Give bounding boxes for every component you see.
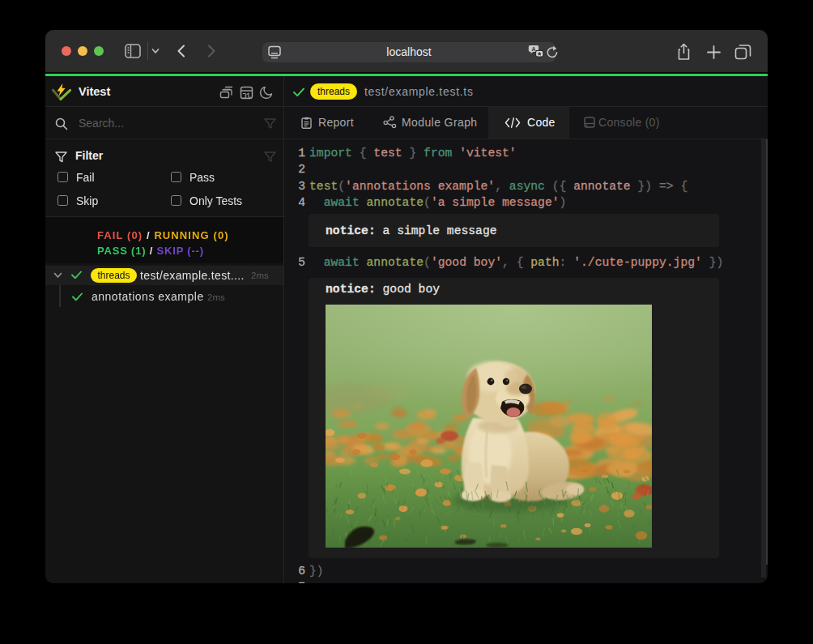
svg-text:A: A	[532, 46, 536, 52]
